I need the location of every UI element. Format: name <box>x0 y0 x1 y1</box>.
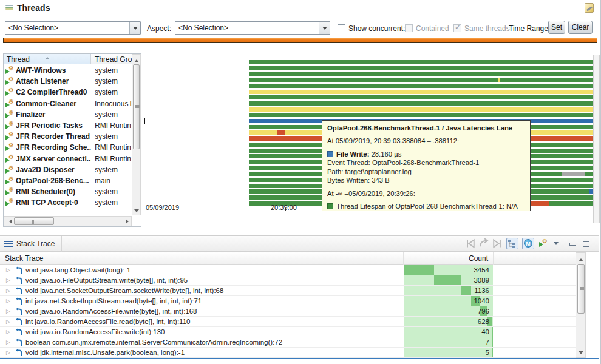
scrollbar-thumb[interactable] <box>577 264 585 314</box>
threads-view: Threads <No Selection> Aspect: <No Selec… <box>0 0 601 364</box>
thread-row[interactable]: ⚙JFR Periodic TasksRMI Runtin <box>4 120 132 131</box>
group-by-thread-button[interactable]: ⚙ <box>537 238 549 249</box>
thread-name: Finalizer <box>16 110 91 119</box>
scroll-down-icon[interactable] <box>134 209 139 215</box>
thread-row[interactable]: ⚙JFR Recorder Threadsystem <box>4 131 132 142</box>
scroll-up-icon[interactable] <box>579 256 583 261</box>
thread-icon: ⚙ <box>5 199 15 207</box>
count-bar-segment <box>492 348 493 357</box>
time-range-bar[interactable] <box>3 38 597 43</box>
tooltip-bytes-written: Bytes Written: 343 B <box>327 176 525 185</box>
thread-row[interactable]: ⚙RMI TCP Accept-0system <box>4 197 132 208</box>
scrollbar-thumb[interactable] <box>14 217 54 225</box>
stack-trace-row[interactable]: ▷void java.lang.Object.wait(long):-13454 <box>0 265 576 275</box>
thread-lifespan-lane[interactable] <box>249 101 597 106</box>
stack-trace-row[interactable]: ▷void java.io.RandomAccessFile.write(int… <box>0 327 576 337</box>
column-header-thread[interactable]: Thread <box>4 54 91 64</box>
thread-group: RMI Runtin <box>95 143 132 152</box>
expand-arrow-icon[interactable]: ▷ <box>6 339 10 345</box>
thread-icon: ⚙ <box>5 144 15 152</box>
tooltip-event-line: File Write: 28.160 µs <box>327 150 525 159</box>
gray-event-segment[interactable] <box>562 172 585 176</box>
thread-icon: ⚙ <box>5 122 15 130</box>
thread-row[interactable]: ⚙OptaPool-268-Benc...main <box>4 175 132 186</box>
thread-name: C2 CompilerThread0 <box>16 88 91 96</box>
red-event-segment[interactable] <box>531 201 549 206</box>
thread-group: InnocuousT <box>95 99 132 108</box>
thread-lifespan-lane[interactable] <box>249 60 597 64</box>
thread-row[interactable]: ⚙Attach Listenersystem <box>4 76 132 87</box>
thread-row[interactable]: ⚙Finalizersystem <box>4 109 132 120</box>
thread-table-hscrollbar[interactable] <box>4 216 132 226</box>
aspect-dropdown[interactable]: <No Selection> <box>175 21 330 35</box>
stack-frame-icon <box>15 318 23 326</box>
thread-table-vscrollbar[interactable] <box>132 54 141 215</box>
thread-lifespan-lane[interactable] <box>249 95 597 99</box>
minimize-icon[interactable] <box>569 243 576 246</box>
expand-arrow-icon[interactable]: ▷ <box>6 298 10 304</box>
scroll-right-icon[interactable] <box>126 219 131 224</box>
thread-lifespan-lane[interactable] <box>249 78 597 82</box>
thread-group: system <box>95 77 132 86</box>
stack-frame-count: 40 <box>404 328 489 335</box>
group-by-method-toggle[interactable]: M <box>522 238 534 249</box>
chevron-down-icon[interactable] <box>319 22 330 34</box>
expand-arrow-icon[interactable]: ▷ <box>6 277 10 283</box>
scroll-down-icon[interactable] <box>579 351 583 357</box>
scrollbar-thumb[interactable] <box>133 64 140 149</box>
thread-lifespan-lane[interactable] <box>249 90 597 94</box>
stack-trace-row[interactable]: ▷void java.io.RandomAccessFile.write(byt… <box>0 306 576 317</box>
stack-frame-count: 3089 <box>404 277 489 284</box>
show-concurrent-checkbox[interactable] <box>338 24 345 32</box>
thread-row[interactable]: ⚙C2 CompilerThread0system <box>4 87 132 98</box>
column-header-stack-trace[interactable]: Stack Trace <box>5 254 43 263</box>
stack-trace-row[interactable]: ▷void java.net.SocketOutputStream.socket… <box>0 286 576 296</box>
tree-view-toggle[interactable] <box>506 238 518 249</box>
expand-arrow-icon[interactable]: ▷ <box>6 267 10 273</box>
clear-button[interactable]: Clear <box>568 21 593 34</box>
thread-name: RMI Scheduler(0) <box>16 187 91 196</box>
set-button[interactable]: Set <box>548 21 565 34</box>
chart-vscrollbar[interactable] <box>593 55 600 223</box>
thread-lifespan-lane[interactable] <box>249 66 597 70</box>
stack-trace-row[interactable]: ▷boolean com.sun.jmx.remote.internal.Ser… <box>0 337 576 348</box>
file-write-color-swatch <box>327 151 333 157</box>
expand-arrow-icon[interactable]: ▷ <box>6 308 10 314</box>
thread-row[interactable]: ⚙AWT-Windowssystem <box>4 65 132 76</box>
view-menu-icon[interactable] <box>4 241 13 248</box>
stack-trace-row[interactable]: ▷void jdk.internal.misc.Unsafe.park(bool… <box>0 348 576 358</box>
tab-stack-trace[interactable]: Stack Trace <box>16 240 55 248</box>
thread-icon: ⚙ <box>5 133 15 141</box>
show-concurrent-label[interactable]: Show concurrent: <box>348 24 405 33</box>
stack-trace-row[interactable]: ▷void java.io.FileOutputStream.write(byt… <box>0 275 576 286</box>
column-header-count[interactable]: Count <box>404 254 493 263</box>
thread-row[interactable]: ⚙JMX server connecti...RMI Runtin <box>4 153 132 164</box>
stack-trace-vscrollbar[interactable] <box>576 252 586 358</box>
thread-row[interactable]: ⚙Common-CleanerInnocuousT <box>4 98 132 109</box>
thread-group: system <box>95 88 132 96</box>
thread-row[interactable]: ⚙RMI Scheduler(0)system <box>4 186 132 197</box>
stack-trace-row[interactable]: ▷int java.net.SocketInputStream.read(byt… <box>0 296 576 306</box>
selection-dropdown[interactable]: <No Selection> <box>5 21 141 35</box>
chevron-down-icon[interactable] <box>129 22 140 34</box>
expand-arrow-icon[interactable]: ▷ <box>6 329 10 335</box>
thread-icon: ⚙ <box>5 100 15 108</box>
edit-page-icon[interactable] <box>585 3 594 13</box>
expand-arrow-icon[interactable]: ▷ <box>6 318 10 325</box>
thread-lifespan-lane[interactable] <box>249 72 597 76</box>
view-menu-chevron-icon[interactable] <box>554 242 559 248</box>
thread-lifespan-lane[interactable] <box>249 84 597 88</box>
thread-row[interactable]: ⚙Java2D Disposersystem <box>4 164 132 175</box>
yellow-event-segment[interactable] <box>498 78 500 82</box>
scroll-left-icon[interactable] <box>7 219 12 224</box>
scroll-up-icon[interactable] <box>134 57 139 62</box>
stack-trace-row[interactable]: ▷int java.io.RandomAccessFile.read(byte[… <box>0 317 576 327</box>
thread-lifespan-lane[interactable] <box>249 113 597 117</box>
thread-lifespan-lane[interactable] <box>249 107 597 112</box>
maximize-icon[interactable] <box>583 241 589 247</box>
column-header-thread-group[interactable]: Thread Gro <box>92 54 132 64</box>
expand-arrow-icon[interactable]: ▷ <box>6 349 10 356</box>
thread-row[interactable]: ⚙JFR Recording Sche...RMI Runtin <box>4 142 132 153</box>
red-event-segment[interactable] <box>277 130 285 135</box>
expand-arrow-icon[interactable]: ▷ <box>6 288 10 294</box>
